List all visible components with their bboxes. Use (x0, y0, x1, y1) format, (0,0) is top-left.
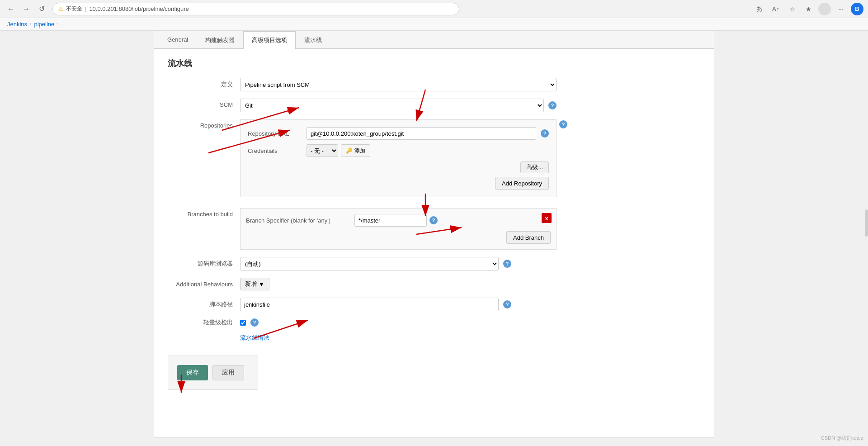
source-browser-select[interactable]: (自动) (240, 257, 499, 270)
advanced-button[interactable]: 高级... (520, 161, 549, 173)
credentials-select[interactable]: - 无 - (307, 144, 338, 157)
favorites-button[interactable]: ★ (802, 3, 815, 15)
breadcrumb-sep-1: › (30, 22, 31, 27)
script-path-input[interactable] (240, 298, 499, 311)
lightweight-checkout-checkbox[interactable] (240, 320, 246, 326)
branch-specifier-label: Branch Specifier (blank for 'any') (246, 217, 354, 224)
tab-pipeline[interactable]: 流水线 (296, 31, 330, 49)
lightweight-checkout-control: ? (240, 318, 259, 327)
branch-specifier-input[interactable] (354, 214, 427, 227)
advanced-row: 高级... (248, 161, 549, 173)
scm-help-icon[interactable]: ? (548, 101, 557, 109)
additional-behaviours-label: Additional Behaviours (168, 281, 240, 288)
add-repo-row: Add Repository (248, 177, 549, 190)
reader-button[interactable]: A↑ (769, 3, 782, 15)
source-browser-label: 源码库浏览器 (168, 260, 240, 268)
new-behaviour-button[interactable]: 新增 ▼ (240, 278, 269, 290)
profile-button[interactable]: B (851, 3, 863, 15)
branch-specifier-help-icon[interactable]: ? (429, 216, 438, 224)
script-path-label: 脚本路径 (168, 300, 240, 308)
breadcrumb-jenkins[interactable]: Jenkins (7, 21, 27, 28)
scm-label: SCM (168, 99, 240, 108)
translate-button[interactable]: あ (753, 3, 766, 15)
source-browser-help-icon[interactable]: ? (503, 260, 511, 268)
tab-advanced-options[interactable]: 高级项目选项 (243, 31, 296, 49)
tab-build-triggers[interactable]: 构建触发器 (197, 31, 243, 49)
repo-url-label: Repository URL (248, 130, 307, 137)
back-button[interactable]: ← (5, 3, 17, 15)
page-body: 流水线 定义 Pipeline script from SCM SCM Git … (154, 49, 714, 399)
key-icon: 🔑 (346, 147, 353, 154)
security-warning-icon: ⚠ (58, 6, 63, 12)
script-path-control: ? (240, 298, 511, 311)
source-browser-control: (自动) ? (240, 257, 511, 270)
branches-section: Branches to build x Branch Specifier (bl… (168, 208, 700, 250)
add-branch-row: Add Branch (246, 231, 551, 244)
repositories-help-icon[interactable]: ? (559, 120, 567, 128)
branches-content: x Branch Specifier (blank for 'any') ? A… (240, 208, 557, 250)
more-button[interactable]: ··· (835, 3, 847, 15)
scm-control: Git ? (240, 99, 557, 112)
pipeline-syntax-link[interactable]: 流水线语法 (240, 334, 269, 341)
repository-box: Repository URL ? Credentials (240, 119, 557, 197)
new-behaviour-label: 新增 (245, 280, 257, 288)
tabs-container: General 构建触发器 高级项目选项 流水线 (154, 31, 714, 49)
add-cred-label: 添加 (354, 147, 365, 155)
branches-label: Branches to build (168, 208, 240, 218)
definition-control: Pipeline script from SCM (240, 78, 557, 91)
scm-row: SCM Git ? (168, 99, 700, 112)
repo-url-input-wrapper: ? (307, 127, 549, 140)
bookmark-button[interactable]: ☆ (786, 3, 798, 15)
repo-url-help-icon[interactable]: ? (541, 129, 549, 138)
security-warning-text: 不安全 (66, 5, 82, 13)
definition-select[interactable]: Pipeline script from SCM (240, 78, 557, 91)
main-content: General 构建触发器 高级项目选项 流水线 流水线 定义 Pipeline… (154, 31, 714, 438)
separator: | (85, 5, 86, 12)
additional-behaviours-control: 新增 ▼ (240, 278, 269, 290)
breadcrumb-pipeline[interactable]: pipeline (34, 21, 54, 28)
breadcrumb-sep-2: › (57, 22, 58, 27)
dropdown-icon: ▼ (259, 281, 264, 288)
save-button[interactable]: 保存 (177, 365, 208, 380)
address-bar[interactable]: ⚠ 不安全 | 10.0.0.201:8080/job/pipeline/con… (52, 3, 459, 15)
branches-box: x Branch Specifier (blank for 'any') ? A… (240, 208, 557, 250)
credentials-label: Credentials (248, 147, 307, 154)
scm-select[interactable]: Git (240, 99, 544, 112)
delete-branch-button[interactable]: x (542, 213, 552, 223)
repositories-label: Repositories (168, 119, 240, 129)
repo-url-row: Repository URL ? (248, 127, 549, 140)
add-branch-button[interactable]: Add Branch (506, 231, 551, 244)
repositories-section: Repositories Repository URL ? (168, 119, 700, 201)
url-text: 10.0.0.201:8080/job/pipeline/configure (89, 5, 453, 12)
section-title: 流水线 (168, 58, 700, 69)
lightweight-checkout-row: 轻量级检出 ? (168, 318, 700, 327)
add-repository-button[interactable]: Add Repository (495, 177, 549, 190)
definition-label: 定义 (168, 78, 240, 89)
additional-behaviours-row: Additional Behaviours 新增 ▼ (168, 278, 700, 290)
credentials-row: Credentials - 无 - 🔑 添加 (248, 144, 549, 157)
pipeline-syntax-row: 流水线语法 (168, 334, 700, 342)
source-browser-row: 源码库浏览器 (自动) ? (168, 257, 700, 270)
lightweight-checkout-label: 轻量级检出 (168, 318, 240, 327)
breadcrumb: Jenkins › pipeline › (0, 18, 868, 31)
script-path-row: 脚本路径 ? (168, 298, 700, 311)
bottom-buttons: 保存 应用 (168, 356, 258, 390)
apply-button[interactable]: 应用 (212, 365, 244, 380)
avatar-icon (818, 3, 831, 15)
scrollbar[interactable] (865, 209, 868, 237)
credentials-input-wrapper: - 无 - 🔑 添加 (307, 144, 549, 157)
script-path-help-icon[interactable]: ? (503, 300, 511, 308)
browser-chrome: ← → ↺ ⚠ 不安全 | 10.0.0.201:8080/job/pipeli… (0, 0, 868, 18)
repositories-content: Repository URL ? Credentials (240, 119, 557, 201)
tab-general[interactable]: General (159, 31, 197, 49)
repo-url-input[interactable] (307, 127, 536, 140)
refresh-button[interactable]: ↺ (35, 3, 48, 15)
forward-button[interactable]: → (20, 3, 33, 15)
lightweight-checkout-help-icon[interactable]: ? (250, 318, 259, 327)
branch-specifier-row: Branch Specifier (blank for 'any') ? (246, 214, 551, 227)
add-credentials-button[interactable]: 🔑 添加 (341, 144, 370, 157)
csdn-watermark: CSDN @我是koteq (821, 435, 863, 441)
definition-row: 定义 Pipeline script from SCM (168, 78, 700, 91)
